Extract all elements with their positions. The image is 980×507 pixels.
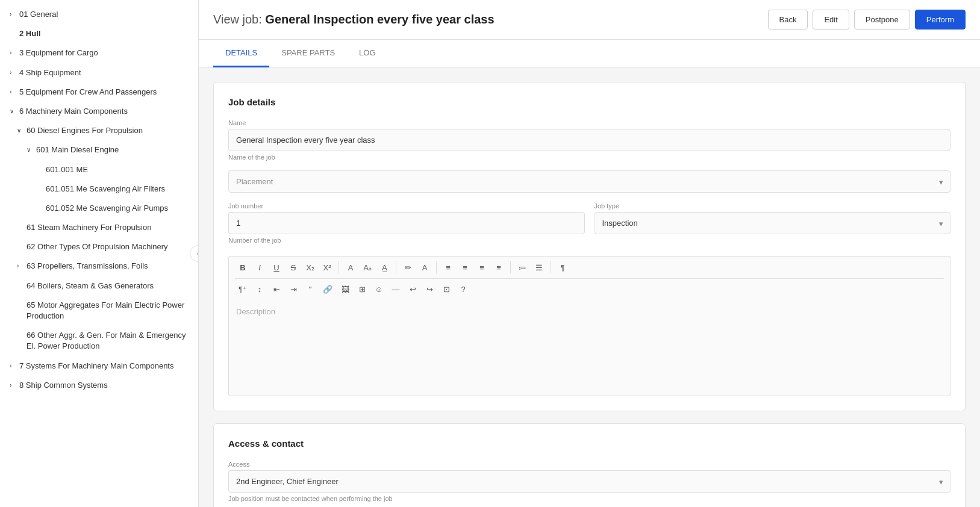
toolbar-redo[interactable]: ↪ [422, 282, 437, 296]
toolbar-strikethrough[interactable]: S [286, 261, 301, 275]
access-helper: Job position must be contacted when perf… [228, 495, 950, 502]
toolbar-help[interactable]: ? [455, 282, 471, 296]
access-select[interactable]: 2nd Engineer, Chief Engineer [228, 470, 950, 493]
toolbar-paragraph[interactable]: ¶ [555, 261, 570, 275]
name-group: Name Name of the job [228, 119, 950, 161]
toolbar-separator-5 [551, 261, 551, 273]
sidebar-item-5-crew[interactable]: › 5 Equipment For Crew And Passengers [0, 82, 198, 102]
job-details-title: Job details [228, 97, 950, 107]
tab-details[interactable]: DETAILS [213, 40, 269, 67]
sidebar-item-60-diesel[interactable]: ∨ 60 Diesel Engines For Propulsion [0, 121, 198, 140]
access-label: Access [228, 461, 950, 468]
toolbar-indent-left[interactable]: ⇤ [269, 282, 284, 296]
job-type-select[interactable]: Inspection [595, 212, 951, 234]
access-select-wrapper: 2nd Engineer, Chief Engineer [228, 470, 950, 493]
toolbar-divider [235, 278, 944, 279]
placement-group: Placement [228, 170, 950, 193]
sidebar-item-3-cargo[interactable]: › 3 Equipment for Cargo [0, 43, 198, 63]
sidebar-item-601001[interactable]: 601.001 ME [0, 160, 198, 179]
sidebar-item-01-general[interactable]: › 01 General [0, 5, 198, 24]
sidebar-item-62-other[interactable]: 62 Other Types Of Propulsion Machinery [0, 237, 198, 257]
header-actions: Back Edit Postpone Perform [768, 10, 966, 30]
perform-button[interactable]: Perform [915, 10, 966, 30]
toolbar-align-left[interactable]: ≡ [440, 261, 456, 275]
toolbar-separator-2 [396, 261, 396, 273]
toolbar-undo[interactable]: ↩ [405, 282, 420, 296]
sidebar-item-601052[interactable]: 601.052 Me Scavenging Air Pumps [0, 199, 198, 218]
placement-select-wrapper: Placement [228, 170, 950, 193]
page-header: View job: General Inspection every five … [199, 0, 980, 40]
toolbar-row-1: B I U S X₂ X² A Aₐ A̲ ✏ A ≡ ≡ ≡ [235, 260, 570, 275]
toolbar-highlight[interactable]: A̲ [376, 261, 392, 275]
job-number-group: Job number Number of the job [228, 202, 585, 246]
toolbar-indent-right[interactable]: ⇥ [286, 282, 301, 296]
tab-log[interactable]: LOG [347, 40, 387, 67]
sidebar-item-61-steam[interactable]: 61 Steam Machinery For Propulsion [0, 218, 198, 237]
toolbar-list-indent[interactable]: ¶⁺ [235, 282, 251, 296]
sidebar-item-2-hull[interactable]: 2 Hull [0, 24, 198, 43]
name-label: Name [228, 119, 950, 126]
job-number-type-row: Job number Number of the job Job type In… [228, 202, 950, 256]
sidebar-item-66-aggr[interactable]: 66 Other Aggr. & Gen. For Main & Emergen… [0, 326, 198, 356]
toolbar-align-justify[interactable]: ≡ [491, 261, 507, 275]
sidebar-item-4-ship-equipment[interactable]: › 4 Ship Equipment [0, 63, 198, 82]
sidebar-item-8-ship-common[interactable]: › 8 Ship Common Systems [0, 376, 198, 395]
name-helper: Name of the job [228, 154, 950, 161]
toolbar-bold[interactable]: B [235, 261, 251, 275]
toolbar-emoji[interactable]: ☺ [371, 282, 387, 296]
toolbar-align-center[interactable]: ≡ [457, 261, 473, 275]
toolbar-blockquote[interactable]: " [302, 282, 318, 296]
sidebar-item-6-machinery[interactable]: ∨ 6 Machinery Main Components [0, 102, 198, 121]
tab-spare-parts[interactable]: SPARE PARTS [269, 40, 347, 67]
sidebar-item-65-motor[interactable]: 65 Motor Aggregates For Main Electric Po… [0, 296, 198, 326]
chevron-icon: › [17, 262, 24, 270]
job-number-input[interactable] [228, 212, 585, 234]
postpone-button[interactable]: Postpone [854, 10, 910, 30]
sidebar-item-601-main[interactable]: ∨ 601 Main Diesel Engine [0, 140, 198, 160]
back-button[interactable]: Back [768, 10, 808, 30]
chevron-icon: › [10, 10, 17, 19]
access-group: Access 2nd Engineer, Chief Engineer Job … [228, 461, 950, 502]
chevron-down-icon: ∨ [17, 126, 24, 135]
access-contact-card: Access & contact Access 2nd Engineer, Ch… [213, 423, 966, 507]
name-input[interactable] [228, 129, 950, 151]
content-area: Job details Name Name of the job Placeme… [199, 67, 980, 507]
toolbar-line-height[interactable]: ↕ [252, 282, 267, 296]
main-panel: View job: General Inspection every five … [199, 0, 980, 507]
chevron-icon: › [10, 49, 17, 57]
toolbar-underline[interactable]: U [269, 261, 284, 275]
toolbar-align-right[interactable]: ≡ [474, 261, 490, 275]
toolbar-font-size[interactable]: Aₐ [360, 261, 375, 275]
sidebar-item-64-boilers[interactable]: 64 Boilers, Steam & Gas Generators [0, 276, 198, 296]
chevron-down-icon: ∨ [27, 146, 34, 154]
access-contact-title: Access & contact [228, 438, 950, 449]
toolbar-table[interactable]: ⊞ [354, 282, 370, 296]
sidebar-item-7-systems[interactable]: › 7 Systems For Machinery Main Component… [0, 356, 198, 376]
chevron-icon: › [10, 69, 17, 77]
chevron-icon: › [10, 88, 17, 96]
chevron-down-icon: ∨ [10, 107, 17, 116]
toolbar-separator-3 [436, 261, 437, 273]
job-type-group: Job type Inspection [595, 202, 951, 246]
toolbar-italic[interactable]: I [252, 261, 267, 275]
toolbar-pen[interactable]: ✏ [400, 261, 416, 275]
toolbar-superscript[interactable]: X² [319, 261, 335, 275]
toolbar-font-color[interactable]: A [343, 261, 358, 275]
sidebar: › 01 General 2 Hull › 3 Equipment for Ca… [0, 0, 199, 507]
placement-select[interactable]: Placement [228, 170, 950, 193]
toolbar-hr[interactable]: — [388, 282, 404, 296]
toolbar-subscript[interactable]: X₂ [302, 261, 318, 275]
job-type-label: Job type [595, 202, 951, 210]
toolbar-image[interactable]: 🖼 [337, 282, 353, 296]
sidebar-item-601051[interactable]: 601.051 Me Scavenging Air Filters [0, 179, 198, 199]
toolbar-clear[interactable]: A [417, 261, 432, 275]
description-editor[interactable]: Description [228, 300, 950, 396]
toolbar-link[interactable]: 🔗 [319, 282, 336, 296]
toolbar-row-2: ¶⁺ ↕ ⇤ ⇥ " 🔗 🖼 ⊞ ☺ — ↩ ↪ ⊡ ? [235, 282, 471, 296]
edit-button[interactable]: Edit [813, 10, 849, 30]
toolbar-ordered-list[interactable]: ≔ [514, 261, 530, 275]
toolbar-select-all[interactable]: ⊡ [439, 282, 454, 296]
sidebar-item-63-propellers[interactable]: › 63 Propellers, Transmissions, Foils [0, 257, 198, 276]
job-type-select-wrapper: Inspection [595, 212, 951, 234]
toolbar-unordered-list[interactable]: ☰ [531, 261, 547, 275]
